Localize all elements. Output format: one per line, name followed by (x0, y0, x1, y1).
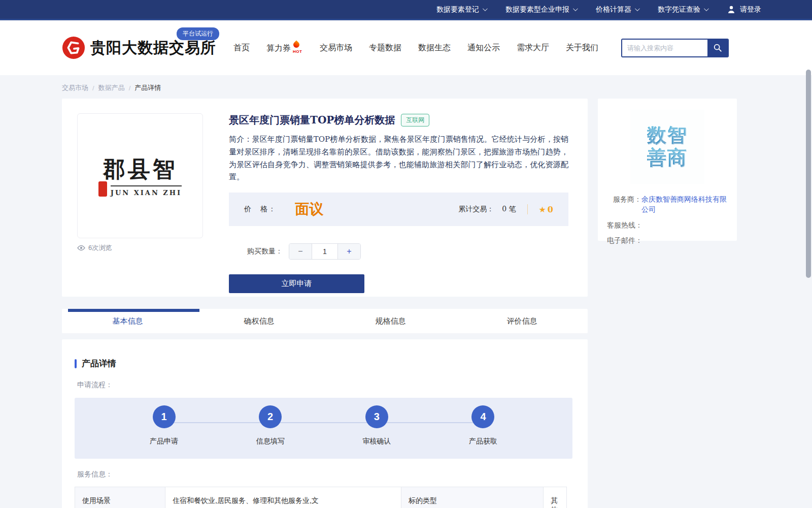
topbar-menu-enterprise-apply[interactable]: 数据要素型企业申报 (505, 5, 577, 14)
nav-item-label: 算力券 (266, 44, 291, 52)
quantity-label: 购买数量： (247, 247, 283, 256)
red-seal (98, 181, 107, 197)
quantity-value[interactable]: 1 (312, 244, 338, 259)
breadcrumb-separator: / (92, 84, 94, 92)
breadcrumb-data-product[interactable]: 数据产品 (98, 83, 125, 92)
active-tab-indicator (68, 309, 199, 312)
breadcrumb-product-detail: 产品详情 (134, 83, 161, 92)
breadcrumb: 交易市场 / 数据产品 / 产品详情 (0, 75, 812, 99)
chevron-down-icon (635, 6, 640, 11)
apply-now-button[interactable]: 立即申请 (229, 274, 364, 293)
scrollbar-thumb[interactable] (806, 70, 811, 278)
flow-step-1: 1 产品申请 (150, 405, 178, 459)
quantity-increase-button[interactable]: + (338, 244, 360, 259)
email-label: 电子邮件： (607, 235, 642, 245)
chevron-down-icon (704, 6, 709, 11)
nav-item-compute-voucher[interactable]: 算力券HOT (266, 42, 303, 54)
price-bar: 价 格： 面议 累计交易： 0 笔 0 (229, 193, 568, 226)
table-row: 使用场景 住宿和餐饮业,居民服务、修理和其他服务业,文 标的类型 其他 (75, 487, 567, 508)
category-tag: 互联网 (401, 114, 429, 126)
product-title: 景区年度门票销量TOP榜单分析数据 (229, 113, 395, 127)
step-number-badge: 2 (259, 405, 282, 428)
star-count: 0 (548, 205, 553, 214)
service-info-label: 服务信息： (77, 470, 572, 479)
chevron-down-icon (573, 6, 578, 11)
exchange-logo-icon (62, 36, 85, 59)
topbar-menu-certificate-check[interactable]: 数字凭证查验 (658, 5, 707, 14)
price-label: 价 格： (244, 205, 277, 214)
detail-tabs: 基本信息 确权信息 规格信息 评价信息 (62, 309, 588, 333)
flow-step-4: 4 产品获取 (469, 405, 497, 459)
product-description: 简介：景区年度门票销量TOP榜单分析数据，聚焦各景区年度门票销售情况。它经统计与… (229, 133, 568, 183)
nav-item-demand-hall[interactable]: 需求大厅 (517, 43, 549, 53)
step-label: 产品申请 (150, 437, 178, 446)
nav-item-about-us[interactable]: 关于我们 (566, 43, 598, 53)
trial-run-badge: 平台试运行 (177, 27, 219, 40)
apply-flow-steps: 1 产品申请 2 信息填写 3 审核确认 4 产品获取 (75, 398, 572, 459)
topbar-menu-label: 数据要素登记 (436, 5, 479, 14)
provider-label: 服务商： (613, 194, 641, 215)
nav-item-notices[interactable]: 通知公示 (467, 43, 500, 53)
apply-flow-label: 申请流程： (77, 380, 572, 390)
brand-title: 贵阳大数据交易所 (90, 38, 216, 58)
main-nav: 首页 算力券HOT 交易市场 专题数据 数据生态 通知公示 需求大厅 关于我们 (233, 42, 598, 54)
section-title: 产品详情 (82, 358, 116, 369)
topbar-menu-label: 价格计算器 (596, 5, 631, 14)
product-image-brand-latin: JUN XIAN ZHI (111, 189, 182, 197)
topbar: 数据要素登记 数据要素型企业申报 价格计算器 数字凭证查验 请登录 (0, 0, 812, 20)
step-label: 信息填写 (256, 437, 285, 446)
quantity-decrease-button[interactable]: − (289, 244, 312, 259)
table-cell-subject-type-label: 标的类型 (401, 487, 544, 508)
topbar-menu-label: 数字凭证查验 (658, 5, 700, 14)
product-card: 郡县智 JUN XIAN ZHI 6次浏览 景区年度门票销量TOP榜 (62, 99, 588, 297)
tab-basic-info[interactable]: 基本信息 (62, 309, 193, 333)
hotline-label: 客服热线： (607, 220, 642, 230)
provider-name-link[interactable]: 余庆数智善商网络科技有限公司 (641, 194, 728, 215)
table-cell-usage-scene-value: 住宿和餐饮业,居民服务、修理和其他服务业,文 (165, 487, 401, 508)
provider-logo: 数智 善商 (630, 110, 704, 184)
view-count: 6次浏览 (77, 243, 203, 252)
search-input[interactable] (622, 40, 707, 56)
product-detail-section: 产品详情 申请流程： 1 产品申请 2 信息填写 3 审核确认 4 产品获取 服… (62, 339, 588, 508)
star-icon (539, 205, 546, 214)
steps-connector-line (162, 422, 484, 423)
provider-card: 数智 善商 服务商： 余庆数智善商网络科技有限公司 客服热线： 电子邮件： (598, 99, 737, 241)
nav-item-trade-market[interactable]: 交易市场 (320, 43, 352, 53)
tab-spec-info[interactable]: 规格信息 (325, 309, 456, 333)
topbar-menu-data-element-register[interactable]: 数据要素登记 (436, 5, 486, 14)
hot-flame-icon: HOT (291, 42, 303, 53)
quantity-row: 购买数量： − 1 + (229, 243, 568, 260)
divider (527, 204, 528, 214)
tab-review-info[interactable]: 评价信息 (456, 309, 588, 333)
step-number-badge: 4 (471, 405, 494, 428)
provider-logo-text: 数智 (647, 124, 688, 147)
product-image: 郡县智 JUN XIAN ZHI (77, 113, 203, 238)
nav-item-data-ecology[interactable]: 数据生态 (418, 43, 451, 53)
flow-step-2: 2 信息填写 (256, 405, 285, 459)
breadcrumb-separator: / (129, 84, 131, 92)
view-count-text: 6次浏览 (88, 243, 112, 252)
nav-item-home[interactable]: 首页 (233, 43, 250, 53)
step-label: 产品获取 (469, 437, 497, 446)
search-box (621, 39, 729, 57)
price-value: 面议 (295, 200, 323, 219)
section-accent-bar (75, 359, 77, 368)
search-icon (713, 43, 722, 52)
site-header: 平台试运行 贵阳大数据交易所 首页 算力券HOT 交易市场 专题数据 数据生态 … (0, 20, 812, 75)
user-icon (727, 5, 736, 14)
provider-logo-text: 善商 (647, 147, 688, 169)
step-number-badge: 3 (365, 405, 388, 428)
trades-value: 0 笔 (502, 205, 516, 214)
step-label: 审核确认 (362, 437, 391, 446)
product-image-brand-text: 郡县智 (103, 154, 178, 184)
step-number-badge: 1 (153, 405, 176, 428)
search-button[interactable] (707, 40, 728, 56)
breadcrumb-trade-market[interactable]: 交易市场 (62, 83, 88, 92)
favorite-control[interactable]: 0 (539, 205, 553, 214)
login-button[interactable]: 请登录 (727, 5, 761, 14)
nav-item-topic-data[interactable]: 专题数据 (369, 43, 401, 53)
tab-rights-info[interactable]: 确权信息 (193, 309, 325, 333)
trades-label: 累计交易： (458, 205, 494, 214)
chevron-down-icon (483, 6, 488, 11)
topbar-menu-price-calculator[interactable]: 价格计算器 (596, 5, 638, 14)
